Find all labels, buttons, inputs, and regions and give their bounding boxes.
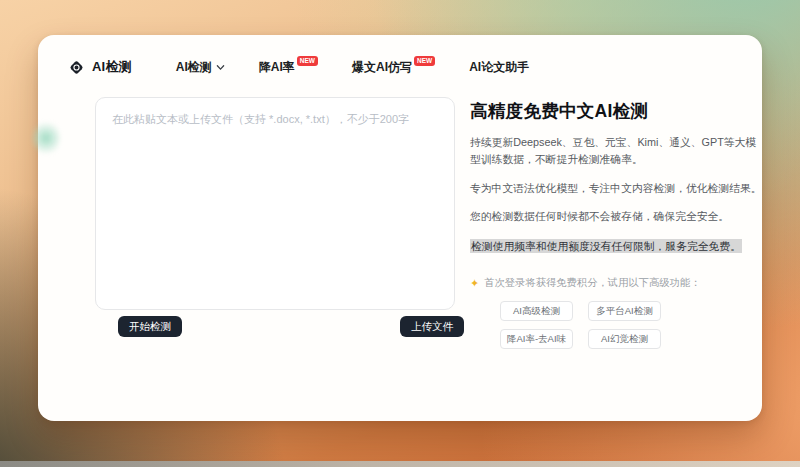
new-badge: NEW [414,56,435,66]
detection-text-input[interactable] [96,98,454,309]
intro-panel: 高精度免费中文AI检测 持续更新Deepseek、豆包、元宝、Kimi、通义、G… [470,99,766,349]
edge-glow-decoration [32,119,60,157]
intro-paragraph-models: 持续更新Deepseek、豆包、元宝、Kimi、通义、GPT等大模型训练数据，不… [470,134,766,169]
nav-item-viral-rewrite[interactable]: 爆文AI仿写 NEW [352,60,435,74]
brand-name: AI检测 [92,58,132,76]
start-detection-button[interactable]: 开始检测 [118,316,182,337]
free-service-highlight: 检测使用频率和使用额度没有任何限制，服务完全免费。 [470,239,742,253]
feature-buttons-grid: AI高级检测 多平台AI检测 降AI率-去AI味 AI幻觉检测 [500,301,766,349]
nav-items: AI检测 降AI率 NEW 爆文AI仿写 NEW AI论文助手 [176,60,529,74]
nav-item-label: 降AI率 [259,60,295,74]
intro-paragraph-chinese-optimized: 专为中文语法优化模型，专注中文内容检测，优化检测结果。 [470,180,766,197]
top-navigation: AI检测 AI检测 降AI率 NEW 爆文AI仿写 NEW AI论文助手 [68,53,732,81]
feature-reduce-ai-flavor-button[interactable]: 降AI率-去AI味 [500,329,573,349]
nav-item-ai-detect[interactable]: AI检测 [176,60,225,74]
nav-item-ai-paper-assistant[interactable]: AI论文助手 [469,60,529,74]
sparkle-icon: ✦ [470,278,479,289]
intro-highlight-wrapper: 检测使用频率和使用额度没有任何限制，服务完全免费。 [470,238,766,255]
nav-item-label: 爆文AI仿写 [352,60,412,74]
brand-logo-icon [68,59,85,76]
promo-text: 首次登录将获得免费积分，试用以下高级功能： [484,276,700,290]
feature-hallucination-detect-button[interactable]: AI幻觉检测 [588,329,661,349]
upload-file-button[interactable]: 上传文件 [400,316,464,337]
nav-item-label: AI检测 [176,60,212,74]
page-title: 高精度免费中文AI检测 [470,99,766,123]
promo-line: ✦ 首次登录将获得免费积分，试用以下高级功能： [470,276,766,290]
nav-item-label: AI论文助手 [469,60,529,74]
brand[interactable]: AI检测 [68,58,132,76]
main-card: AI检测 AI检测 降AI率 NEW 爆文AI仿写 NEW AI论文助手 [38,35,762,421]
text-input-panel [95,97,455,310]
new-badge: NEW [297,56,318,66]
feature-multiplatform-detect-button[interactable]: 多平台AI检测 [588,301,661,321]
chevron-down-icon [216,63,225,72]
bottom-edge-strip [0,461,800,467]
intro-paragraph-privacy: 您的检测数据任何时候都不会被存储，确保完全安全。 [470,208,766,225]
feature-ai-advanced-detect-button[interactable]: AI高级检测 [500,301,573,321]
nav-item-reduce-ai-rate[interactable]: 降AI率 NEW [259,60,318,74]
